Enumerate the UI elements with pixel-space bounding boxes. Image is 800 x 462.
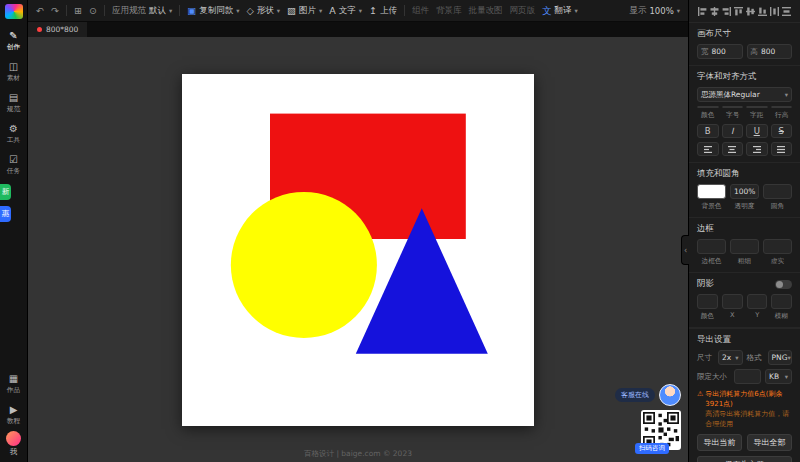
zoom-dropdown[interactable]: 显示 100% ▾ [629,5,680,17]
font-family-value: 思源黑体Regular [701,90,760,100]
line-height-field[interactable] [771,106,793,108]
export-section: 导出设置 尺寸 2x ▾ 格式 PNG ▾ 限 [689,328,800,462]
upload-button[interactable]: ↥ 上传 [369,5,397,17]
font-color-label: 颜色 [698,110,718,120]
font-family-select[interactable]: 思源黑体Regular ▾ [697,87,792,102]
border-style-label: 虚实 [764,256,792,266]
shadow-x-field[interactable] [722,294,743,309]
panel-collapse-handle[interactable]: ‹ [681,235,689,265]
translate-button[interactable]: 文 翻译 ▾ [542,5,578,17]
zoom-value: 100% [649,6,673,16]
scan-qr-badge[interactable]: 扫码咨询 [635,443,669,454]
canvas-height-field[interactable]: 高 800 [747,44,793,59]
grid-tool-button[interactable]: ⊞ [74,6,82,16]
sidebar-item-specs[interactable]: ▤ 规范 [0,88,27,119]
export-format-select[interactable]: PNG ▾ [768,350,793,365]
export-limit-input[interactable] [734,369,761,384]
export-warning: ⚠ 导出消耗算力值6点(剩余3921点) 高清导出将消耗算力值，请合理使用 [697,389,792,430]
image-label: 图片 [299,5,316,17]
background-color-swatch[interactable] [697,184,726,199]
service-avatar[interactable] [659,384,681,406]
align-right-button[interactable] [721,5,733,17]
letter-spacing-label: 字距 [747,110,767,120]
export-size-select[interactable]: 2x ▾ [718,350,743,365]
text-align-right-button[interactable] [746,142,768,156]
align-left-button[interactable] [697,5,709,17]
border-section-title: 边框 [697,223,792,235]
font-size-field[interactable] [722,106,744,108]
distribute-vertical-button[interactable] [780,5,792,17]
shadow-color-label: 颜色 [698,311,718,321]
font-color-field[interactable] [697,106,719,108]
image-icon: ▧ [287,6,296,16]
copy-style-button[interactable]: ▣ 复制同款 ▾ [187,5,239,17]
insert-shape-button[interactable]: ◇ 形状 ▾ [246,5,280,17]
text-align-center-button[interactable] [722,142,744,156]
text-align-justify-button[interactable] [771,142,793,156]
focus-tool-button[interactable]: ⊙ [89,6,97,16]
border-style-field[interactable] [763,239,792,254]
export-current-button[interactable]: 导出当前 [697,434,742,451]
canvas-area[interactable]: 百格设计 | baige.com © 2023 客服在线 [28,37,688,462]
left-sidebar: ✎ 创作 ◫ 素材 ▤ 规范 ⚙ 工具 ☑ 任务 新 惠 ▦ 作品 ▶ [0,0,28,462]
app-logo-icon[interactable] [5,4,23,19]
align-center-horizontal-button[interactable] [709,5,721,17]
export-unit-value: KB [769,372,779,381]
chevron-down-icon: ▾ [236,7,239,15]
align-middle-button[interactable] [745,5,757,17]
export-unit-select[interactable]: KB ▾ [765,369,792,384]
promo-ribbon-new[interactable]: 新 [0,184,11,200]
promo-ribbon-deal[interactable]: 惠 [0,206,11,222]
corner-radius-field[interactable] [763,184,792,199]
copy-icon: ▣ [187,6,196,16]
grid-icon: ⊞ [74,6,82,16]
export-all-button[interactable]: 导出全部 [747,434,792,451]
export-size-label: 尺寸 [697,353,712,363]
text-label: 文字 [339,5,356,17]
distribute-horizontal-button[interactable] [768,5,780,17]
canvas-width-field[interactable]: 宽 800 [697,44,743,59]
component-button[interactable]: 组件 [412,5,429,17]
sidebar-item-tutorial[interactable]: ▶ 教程 [0,400,27,431]
save-theme-button[interactable]: 保存为主题 [697,456,792,462]
sidebar-item-tasks[interactable]: ☑ 任务 [0,150,27,181]
height-label: 高 [751,47,759,57]
sidebar-item-tools[interactable]: ⚙ 工具 [0,119,27,150]
batch-edit-button[interactable]: 批量改图 [468,5,502,17]
background-button[interactable]: 背景库 [436,5,462,17]
bold-button[interactable]: B [697,124,719,138]
sidebar-item-works[interactable]: ▦ 作品 [0,369,27,400]
shadow-y-field[interactable] [747,294,768,309]
shape-icon: ◇ [246,6,253,16]
insert-text-button[interactable]: A 文字 ▾ [329,5,362,17]
service-online-badge[interactable]: 客服在线 [615,388,655,402]
sidebar-item-create[interactable]: ✎ 创作 [0,26,27,57]
shadow-color-field[interactable] [697,294,718,309]
align-top-button[interactable] [733,5,745,17]
sidebar-item-assets[interactable]: ◫ 素材 [0,57,27,88]
chevron-left-icon: ‹ [684,246,687,255]
artboard[interactable] [182,74,534,426]
border-color-field[interactable] [697,239,726,254]
web-version-button[interactable]: 网页版 [509,5,535,17]
border-color-label: 边框色 [698,256,726,266]
me-label: 我 [10,447,18,457]
letter-spacing-field[interactable] [746,106,768,108]
strikethrough-button[interactable]: S [771,124,793,138]
chevron-down-icon: ▾ [785,373,788,381]
shadow-toggle[interactable] [775,280,792,289]
align-bottom-button[interactable] [756,5,768,17]
opacity-field[interactable]: 100% [730,184,759,199]
border-width-field[interactable] [730,239,759,254]
apply-spec-dropdown[interactable]: 应用规范 默认 ▾ [112,5,172,17]
document-tab[interactable]: 800*800 [28,22,87,37]
text-align-left-button[interactable] [697,142,719,156]
undo-button[interactable]: ↶ [36,6,44,16]
user-avatar[interactable] [6,431,21,446]
italic-button[interactable]: I [722,124,744,138]
shadow-blur-field[interactable] [771,294,792,309]
redo-button[interactable]: ↷ [51,6,59,16]
insert-image-button[interactable]: ▧ 图片 ▾ [287,5,322,17]
yellow-circle-shape[interactable] [231,191,377,337]
underline-button[interactable]: U [746,124,768,138]
